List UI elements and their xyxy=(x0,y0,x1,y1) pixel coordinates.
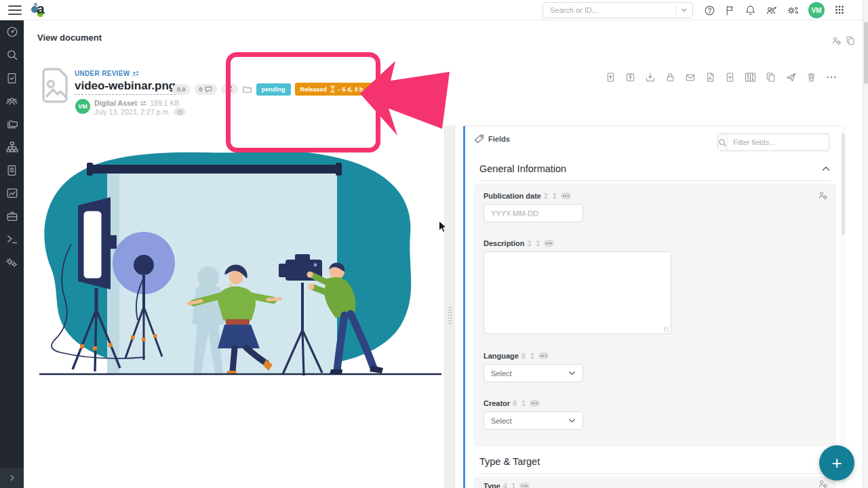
asset-owner-avatar[interactable]: VM xyxy=(75,99,90,114)
hourglass-icon xyxy=(330,85,336,93)
refresh-icon xyxy=(226,85,233,93)
folder-icon[interactable] xyxy=(242,85,252,94)
panel-accent-bar xyxy=(463,126,465,488)
duplicate-icon[interactable] xyxy=(766,72,776,83)
resize-handle[interactable] xyxy=(664,327,669,332)
checkin-file-icon[interactable] xyxy=(625,72,635,83)
pending-status-badge[interactable]: pending xyxy=(256,83,291,96)
delete-icon[interactable] xyxy=(806,72,816,83)
content-header-icons xyxy=(831,36,855,45)
field-options-icon[interactable] xyxy=(561,192,571,199)
sidebar xyxy=(0,20,24,488)
splitter-grip[interactable] xyxy=(448,307,452,325)
asset-preview-illustration[interactable] xyxy=(31,132,446,380)
sidebar-item-analytics[interactable] xyxy=(0,182,24,205)
menu-icon[interactable] xyxy=(8,5,22,15)
field-options-icon[interactable] xyxy=(544,240,554,247)
released-countdown: - 5 d, 3 h, 47 m xyxy=(338,86,380,93)
field-label: Creator xyxy=(484,399,510,407)
asset-toolbar xyxy=(606,72,837,83)
sidebar-expand-button[interactable] xyxy=(0,468,24,488)
automation-gear-icon[interactable] xyxy=(787,5,800,16)
creator-select[interactable]: Select xyxy=(484,411,583,430)
description-textarea[interactable] xyxy=(484,251,671,334)
field-permissions-icon[interactable] xyxy=(818,190,828,200)
add-fab-button[interactable]: + xyxy=(819,445,854,481)
relations-badge[interactable] xyxy=(221,83,238,95)
fields-panel-title: Fields xyxy=(488,135,510,143)
field-publication-date: Publication date 2 1 xyxy=(484,192,583,222)
global-search[interactable] xyxy=(542,2,693,18)
sidebar-item-terminal[interactable] xyxy=(0,228,24,251)
add-file-icon[interactable] xyxy=(725,72,735,83)
filter-fields-input[interactable] xyxy=(728,138,835,146)
field-creator: Creator 6 1 Select xyxy=(484,399,583,430)
publication-date-input[interactable] xyxy=(484,204,583,222)
sidebar-item-hierarchy[interactable] xyxy=(0,136,24,159)
topbar: a VM xyxy=(0,0,868,20)
sidebar-item-settings[interactable] xyxy=(0,251,24,274)
fields-tag-icon xyxy=(474,134,484,143)
flag-icon[interactable] xyxy=(724,5,736,16)
copy-icon[interactable] xyxy=(846,36,855,45)
field-options-icon[interactable] xyxy=(519,483,530,488)
sidebar-item-collections[interactable] xyxy=(0,113,24,136)
more-options-icon[interactable] xyxy=(826,75,837,79)
email-icon[interactable] xyxy=(685,73,696,83)
app-logo[interactable]: a xyxy=(31,2,49,18)
pdf-file-icon[interactable] xyxy=(705,72,715,83)
global-search-input[interactable] xyxy=(543,6,675,14)
section-type-target[interactable]: Type & Target xyxy=(479,456,830,474)
field-permissions-icon[interactable] xyxy=(818,479,828,488)
section-general-information[interactable]: General Information xyxy=(479,163,830,181)
chevron-up-icon[interactable] xyxy=(822,166,830,171)
field-language: Language 5 1 Select xyxy=(484,352,583,382)
filter-fields-box[interactable] xyxy=(717,134,829,151)
send-icon[interactable] xyxy=(785,72,797,83)
field-description: Description 3 1 xyxy=(484,239,671,334)
notifications-bell-icon[interactable] xyxy=(745,5,756,16)
sidebar-item-dashboard[interactable] xyxy=(0,20,24,43)
asset-badges: 0.0 0 pending Released - 5 d, 3 h, 47 m xyxy=(172,83,386,96)
download-icon[interactable] xyxy=(645,72,656,83)
field-meta: 2 1 xyxy=(544,192,558,200)
chevron-down-icon xyxy=(568,371,576,375)
users-icon[interactable] xyxy=(765,5,778,16)
panel-splitter[interactable] xyxy=(444,125,455,488)
asset-date-label: July 13, 2023, 2:27 p.m. xyxy=(94,108,170,116)
sidebar-item-file-check[interactable] xyxy=(0,66,24,89)
sidebar-item-documents[interactable] xyxy=(0,159,24,182)
field-options-icon[interactable] xyxy=(530,400,540,407)
share-user-icon[interactable] xyxy=(831,36,842,45)
user-avatar[interactable]: VM xyxy=(808,2,825,18)
field-type: Type 4 1 xyxy=(484,482,530,488)
sidebar-item-users[interactable] xyxy=(0,89,24,113)
fields-panel-scrollbar[interactable] xyxy=(841,125,846,488)
workflow-icon xyxy=(132,70,139,77)
history-clock-icon[interactable] xyxy=(174,108,186,116)
sidebar-item-toolbox[interactable] xyxy=(0,205,24,228)
comment-icon xyxy=(205,86,212,93)
lock-icon[interactable] xyxy=(665,72,675,83)
asset-filename[interactable]: video-webinar.png xyxy=(75,79,176,95)
workflow-status[interactable]: UNDER REVIEW xyxy=(75,70,139,77)
fields-panel-header: Fields xyxy=(474,134,510,143)
help-icon[interactable] xyxy=(704,5,715,16)
field-options-icon[interactable] xyxy=(538,352,549,359)
chevron-down-icon[interactable] xyxy=(676,6,692,14)
app-window: a VM View d xyxy=(0,0,868,488)
language-select[interactable]: Select xyxy=(484,364,583,382)
apps-grid-icon[interactable] xyxy=(833,4,846,16)
released-label: Released xyxy=(300,86,328,93)
asset-file-size: 189.1 KB xyxy=(150,99,179,107)
version-badge[interactable]: 0.0 xyxy=(172,84,191,95)
window-scrollbar[interactable] xyxy=(863,0,868,488)
abacus-icon[interactable] xyxy=(745,72,756,83)
comments-badge[interactable]: 0 xyxy=(195,84,217,95)
sidebar-item-search[interactable] xyxy=(0,43,24,66)
select-value: Select xyxy=(491,417,512,425)
upload-version-icon[interactable] xyxy=(606,72,616,83)
asset-thumbnail-icon[interactable] xyxy=(39,67,71,108)
released-status-badge[interactable]: Released - 5 d, 3 h, 47 m xyxy=(295,83,387,96)
asset-meta-type: Digital Asset 189.1 KB xyxy=(94,99,179,107)
